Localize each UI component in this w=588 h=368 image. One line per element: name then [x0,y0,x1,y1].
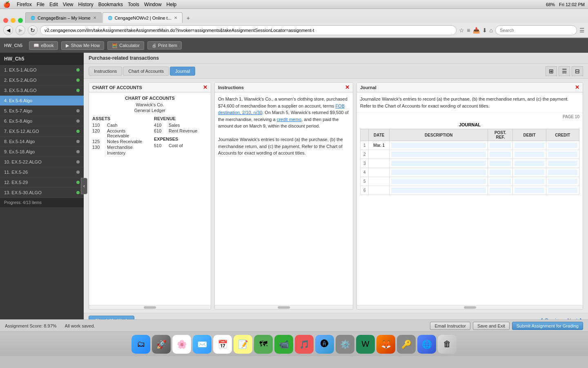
row-6-desc-input[interactable] [391,188,486,193]
save-and-exit-button[interactable]: Save and Exit [473,322,510,330]
row-6-credit[interactable] [546,186,579,195]
row-3-postref[interactable] [488,159,513,168]
ebook-button[interactable]: 📖 eBook [29,41,58,50]
pocket-icon[interactable]: 📥 [473,27,480,34]
menu-help[interactable]: Help [167,2,177,7]
dock-facetime[interactable]: 📹 [274,335,293,354]
row-3-debit[interactable] [513,159,546,168]
menu-firefox[interactable]: Firefox [17,2,32,7]
menu-window[interactable]: Window [144,2,162,7]
row-1-desc-input[interactable] [391,143,486,148]
row-4-credit-input[interactable] [548,170,577,175]
dock-maps[interactable]: 🗺 [254,335,273,354]
sidebar-collapse-button[interactable]: ‹ [81,178,87,194]
view-btn-1[interactable]: ⊞ [546,66,557,76]
sidebar-item-4[interactable]: 4. Ex.5-6.Algo [0,96,84,106]
dock-launchpad[interactable]: 🚀 [152,335,171,354]
menu-edit[interactable]: Edit [49,2,58,7]
row-4-debit[interactable] [513,168,546,177]
journal-scroll-thumb[interactable] [464,306,476,309]
submit-assignment-button[interactable]: Submit Assignment for Grading [512,322,583,330]
dock-calendar[interactable]: 📅 [213,335,232,354]
row-2-credit[interactable] [546,150,579,159]
credit-memo-link[interactable]: credit memo [277,117,302,122]
row-3-description[interactable] [390,159,488,168]
row-3-credit-input[interactable] [548,161,577,166]
menu-tools[interactable]: Tools [128,2,139,7]
hamburger-menu-icon[interactable]: ☰ [579,27,585,34]
url-bar[interactable] [40,25,457,35]
window-maximize[interactable] [18,18,23,23]
journal-close-button[interactable]: ✕ [575,84,579,90]
sidebar-item-7[interactable]: 7. EX.5-12.ALGO [0,126,84,137]
tab-cengagenow[interactable]: 🌐 CengageNOWv2 | Online t... ✕ [102,12,183,23]
apple-menu[interactable]: 🍎 [3,1,10,8]
menu-view[interactable]: View [63,2,74,7]
row-5-credit-input[interactable] [548,179,577,184]
window-minimize[interactable] [11,18,16,23]
dock-notes[interactable]: 📝 [234,335,252,354]
tab-close-home[interactable]: ✕ [93,16,96,20]
row-3-credit[interactable] [546,159,579,168]
dock-finder[interactable]: 🗂 [131,335,150,354]
row-4-debit-input[interactable] [514,170,544,175]
row-3-desc-input[interactable] [391,161,486,166]
tab-instructions[interactable]: Instructions [89,67,122,76]
menu-bookmarks[interactable]: Bookmarks [98,2,123,7]
sidebar-item-3[interactable]: 3. EX.5-3.ALGO [0,85,84,96]
new-tab-button[interactable]: + [183,13,193,23]
forward-button[interactable]: ▶ [16,25,25,35]
row-4-desc-input[interactable] [391,170,486,175]
sidebar-item-13[interactable]: 13. EX.5-30.ALGO [0,188,84,198]
row-1-debit[interactable] [513,141,546,150]
row-4-post-input[interactable] [490,170,511,175]
row-5-postref[interactable] [488,177,513,186]
sidebar-item-8[interactable]: 8. Ex.5-14.Algo [0,137,84,147]
row-1-postref[interactable] [488,141,513,150]
sidebar-item-2[interactable]: 2. EX.5-2.ALGO [0,75,84,85]
row-6-post-input[interactable] [490,188,511,193]
sidebar-item-9[interactable]: 9. Ex.5-18.Algo [0,147,84,157]
dock-prefs[interactable]: ⚙️ [336,335,354,354]
row-5-credit[interactable] [546,177,579,186]
refresh-button[interactable]: ↻ [28,25,38,35]
dock-appstore[interactable]: 🅐 [315,335,334,354]
sidebar-item-12[interactable]: 12. EX.5-29 [0,177,84,188]
print-item-button[interactable]: 🖨 Print Item [147,41,182,49]
email-instructor-button[interactable]: Email Instructor [430,322,470,330]
row-5-description[interactable] [390,177,488,186]
instructions-close-button[interactable]: ✕ [345,84,350,90]
row-5-debit[interactable] [513,177,546,186]
reader-icon[interactable]: ≡ [467,27,470,34]
row-5-desc-input[interactable] [391,179,486,184]
row-2-credit-input[interactable] [548,152,577,157]
dock-trash[interactable]: 🗑 [438,335,457,354]
previous-button[interactable]: ❮ Previous [539,318,564,320]
row-6-debit[interactable] [513,186,546,195]
window-close[interactable] [3,18,8,23]
bookmark-star-icon[interactable]: ☆ [459,27,464,34]
sidebar-item-10[interactable]: 10. EX.5-22.ALGO [0,157,84,167]
check-my-work-button[interactable]: Check My Work [89,316,134,320]
row-2-postref[interactable] [488,150,513,159]
view-btn-2[interactable]: ☰ [559,66,570,76]
row-1-debit-input[interactable] [514,143,544,148]
view-btn-3[interactable]: ⊟ [572,66,583,76]
row-3-post-input[interactable] [490,161,511,166]
row-2-description[interactable] [390,150,488,159]
tab-chart-of-accounts[interactable]: Chart of Accounts [123,67,169,76]
row-4-postref[interactable] [488,168,513,177]
row-6-debit-input[interactable] [514,188,544,193]
home-icon[interactable]: ⌂ [490,27,493,34]
row-6-credit-input[interactable] [548,188,577,193]
row-4-description[interactable] [390,168,488,177]
row-5-debit-input[interactable] [514,179,544,184]
dock-music[interactable]: 🎵 [295,335,314,354]
sidebar-item-11[interactable]: 11. EX.5-26 [0,167,84,177]
tab-close-now[interactable]: ✕ [174,16,177,20]
dock-keychain[interactable]: 🔑 [397,335,416,354]
row-2-post-input[interactable] [490,152,511,157]
menu-history[interactable]: History [78,2,94,7]
sidebar-item-6[interactable]: 6. Ex.5-8.Algo [0,116,84,126]
download-icon[interactable]: ⬇ [482,27,487,34]
